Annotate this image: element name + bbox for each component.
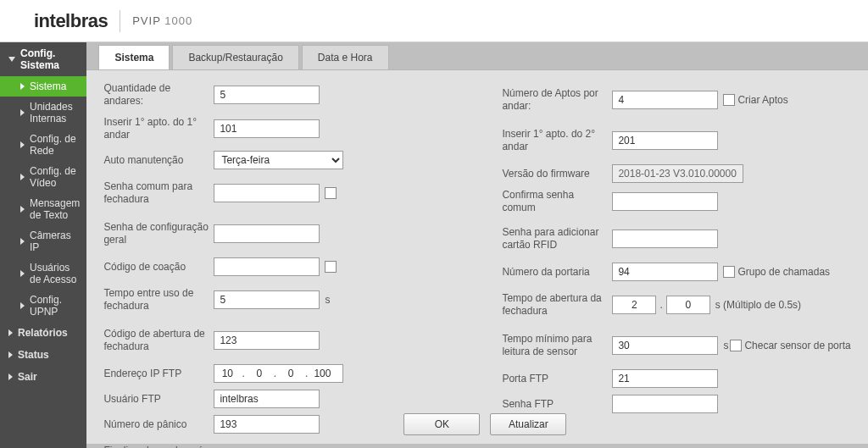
sidebar-item-unidades-internas[interactable]: Unidades Internas	[0, 97, 86, 129]
ip-octet-2[interactable]	[247, 365, 272, 382]
codigo-coacao-label: Código de coação	[103, 261, 214, 274]
senha-rfid-label: Senha para adicionar cartão RFID	[502, 226, 612, 252]
tabs: Sistema Backup/Restauração Data e Hora	[86, 42, 868, 69]
usuario-ftp-label: Usuário FTP	[103, 393, 214, 406]
senha-config-geral-input[interactable]	[214, 224, 320, 243]
sidebar-item-config-upnp[interactable]: Config. UPNP	[0, 290, 86, 322]
brand-logo: intelbras	[34, 10, 108, 32]
inserir-1-apto-2-andar-label: Inserir 1° apto. do 2° andar	[502, 128, 612, 153]
tempo-abertura-fechadura-label: Tempo de abertura da fechadura	[502, 292, 612, 318]
sidebar-group-label: Relatórios	[18, 327, 68, 339]
device-model: PVIP 1000	[132, 14, 192, 27]
chevron-right-icon	[20, 141, 25, 148]
tempo-min-sensor-label: Tempo mínimo para leitura de sensor	[502, 333, 612, 358]
chevron-right-icon	[20, 83, 25, 90]
tempo-uso-unit: s	[325, 294, 330, 306]
senha-ftp-label: Senha FTP	[502, 398, 612, 411]
sidebar-item-label: Config. de Vídeo	[30, 165, 80, 189]
numero-portaria-label: Número da portaria	[502, 266, 612, 279]
porta-ftp-input[interactable]	[612, 369, 718, 388]
tempo-min-unit: s	[723, 340, 728, 351]
header: intelbras PVIP 1000	[0, 0, 868, 42]
checar-sensor-label: Checar sensor de porta	[744, 340, 850, 351]
senha-comum-checkbox[interactable]	[325, 187, 337, 199]
checar-sensor-checkbox[interactable]	[730, 340, 742, 351]
tempo-abertura-b-input[interactable]	[666, 296, 710, 314]
inserir-1-apto-2-andar-input[interactable]	[612, 131, 718, 150]
codigo-abertura-fechadura-input[interactable]	[214, 331, 320, 350]
sidebar-group-config-sistema[interactable]: Config. Sistema	[0, 42, 86, 76]
form-panel: Quantidade de andares: Inserir 1° apto. …	[86, 69, 868, 444]
senha-ftp-input[interactable]	[612, 395, 718, 413]
sidebar: Config. Sistema Sistema Unidades Interna…	[0, 42, 86, 448]
auto-manutencao-select[interactable]: Terça-feira	[214, 151, 343, 169]
tab-data-hora[interactable]: Data e Hora	[302, 45, 389, 69]
header-divider	[120, 10, 120, 32]
sidebar-item-label: Sistema	[30, 80, 66, 92]
chevron-right-icon	[20, 270, 25, 277]
tempo-abertura-unit: s (Múltiplo de 0.5s)	[715, 299, 801, 311]
tempo-uso-fechadura-input[interactable]	[214, 290, 320, 309]
sidebar-group-label: Status	[18, 349, 49, 361]
senha-rfid-input[interactable]	[612, 230, 718, 248]
chevron-right-icon	[20, 302, 25, 309]
chevron-right-icon	[20, 238, 25, 245]
tab-backup-restauracao[interactable]: Backup/Restauração	[172, 45, 298, 69]
senha-config-geral-label: Senha de configuração geral	[103, 221, 214, 246]
sidebar-item-label: Mensagem de Texto	[30, 197, 80, 221]
content-area: Sistema Backup/Restauração Data e Hora Q…	[86, 42, 868, 448]
sidebar-item-sistema[interactable]: Sistema	[0, 76, 86, 97]
sidebar-item-usuarios-acesso[interactable]: Usuários de Acesso	[0, 257, 86, 290]
sidebar-group-relatorios[interactable]: Relatórios	[0, 322, 86, 344]
sidebar-group-label: Config. Sistema	[20, 47, 80, 71]
ip-octet-3[interactable]	[278, 365, 303, 382]
sidebar-group-sair[interactable]: Sair	[0, 366, 86, 388]
sidebar-item-label: Câmeras IP	[30, 230, 80, 253]
sidebar-item-label: Config. de Rede	[30, 133, 80, 157]
criar-aptos-checkbox[interactable]	[723, 94, 735, 106]
inserir-1-apto-1-andar-input[interactable]	[214, 119, 320, 138]
sidebar-item-mensagem-texto[interactable]: Mensagem de Texto	[0, 193, 86, 225]
numero-portaria-input[interactable]	[612, 263, 718, 281]
sidebar-item-label: Unidades Internas	[30, 101, 80, 124]
qt-andares-input[interactable]	[214, 86, 320, 104]
chevron-right-icon	[20, 206, 25, 213]
tempo-min-sensor-input[interactable]	[612, 336, 718, 355]
finaliza-chamada-label: Finaliza chamada após fechadura	[103, 445, 214, 448]
dot-separator: .	[659, 299, 662, 311]
endereco-ip-ftp-label: Endereço IP FTP	[103, 368, 214, 380]
endereco-ip-ftp-input[interactable]: . . .	[214, 364, 343, 383]
tab-sistema[interactable]: Sistema	[98, 45, 170, 69]
chevron-down-icon	[8, 57, 15, 62]
chevron-right-icon	[8, 373, 13, 380]
chevron-right-icon	[20, 109, 25, 116]
senha-comum-fechadura-input[interactable]	[214, 184, 320, 202]
qt-andares-label: Quantidade de andares:	[103, 82, 214, 108]
sidebar-group-status[interactable]: Status	[0, 344, 86, 366]
chevron-right-icon	[20, 174, 25, 180]
sidebar-item-cameras-ip[interactable]: Câmeras IP	[0, 225, 86, 257]
versao-firmware-label: Versão do firmware	[502, 168, 612, 180]
sidebar-group-label: Sair	[18, 371, 37, 383]
confirma-senha-comum-input[interactable]	[612, 192, 718, 211]
numero-aptos-andar-label: Número de Aptos por andar:	[502, 87, 612, 113]
atualizar-button[interactable]: Atualizar	[490, 413, 566, 435]
inserir-1-apto-1-andar-label: Inserir 1° apto. do 1° andar	[103, 116, 214, 141]
grupo-chamadas-checkbox[interactable]	[723, 266, 735, 278]
chevron-right-icon	[8, 329, 13, 336]
senha-comum-fechadura-label: Senha comum para fechadura	[103, 180, 214, 206]
codigo-coacao-input[interactable]	[214, 257, 320, 276]
sidebar-item-label: Config. UPNP	[30, 294, 80, 318]
sidebar-item-config-video[interactable]: Config. de Vídeo	[0, 161, 86, 193]
numero-aptos-andar-input[interactable]	[612, 91, 718, 109]
ok-button[interactable]: OK	[403, 413, 480, 435]
ip-octet-1[interactable]	[214, 365, 240, 382]
sidebar-item-label: Usuários de Acesso	[30, 262, 80, 285]
ip-octet-4[interactable]	[309, 365, 335, 382]
chevron-right-icon	[8, 351, 13, 358]
usuario-ftp-input[interactable]	[214, 390, 320, 408]
porta-ftp-label: Porta FTP	[502, 373, 612, 385]
codigo-coacao-checkbox[interactable]	[325, 261, 337, 273]
tempo-abertura-a-input[interactable]	[612, 296, 656, 314]
sidebar-item-config-rede[interactable]: Config. de Rede	[0, 129, 86, 161]
